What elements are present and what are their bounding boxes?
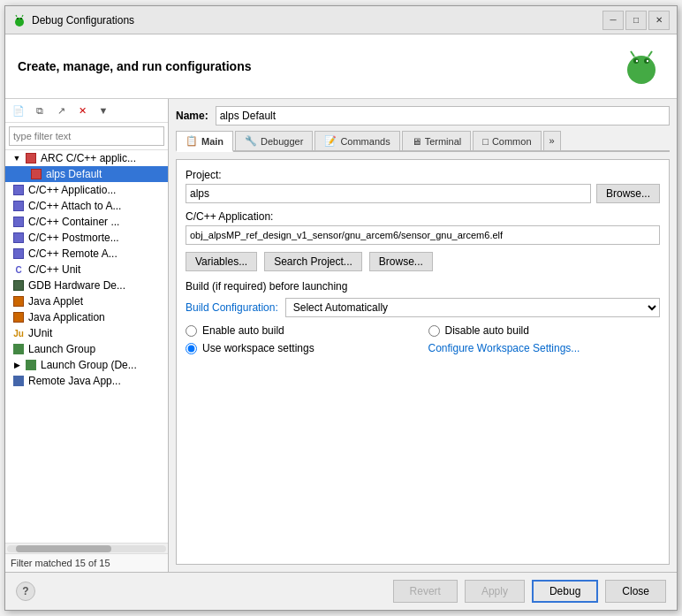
tree-item-cpp-unit[interactable]: C C/C++ Unit [5, 262, 168, 278]
close-window-button[interactable]: ✕ [648, 11, 670, 30]
radio-workspace-settings-label: Use workspace settings [202, 342, 314, 354]
tab-debugger-label: Debugger [261, 136, 303, 147]
build-config-select[interactable]: Select Automatically [285, 298, 660, 317]
arc-icon [25, 152, 37, 164]
revert-button[interactable]: Revert [393, 580, 458, 603]
radio-disable-auto-build-label: Disable auto build [445, 324, 529, 337]
export-button[interactable]: ↗ [51, 102, 71, 119]
h-scrollbar-track[interactable] [7, 545, 166, 552]
tab-terminal[interactable]: 🖥 Terminal [402, 131, 472, 150]
left-toolbar: 📄 ⧉ ↗ ✕ ▼ [5, 99, 168, 123]
app-input[interactable] [186, 225, 660, 245]
tab-terminal-label: Terminal [425, 136, 462, 147]
minimize-button[interactable]: ─ [602, 11, 624, 30]
app-browse-button[interactable]: Browse... [369, 252, 433, 271]
tab-debugger[interactable]: 🔧 Debugger [235, 131, 313, 150]
tree-item-cpp-app[interactable]: C/C++ Applicatio... [5, 182, 168, 198]
maximize-button[interactable]: □ [625, 11, 647, 30]
bottom-left: ? [16, 582, 35, 601]
tree-item-gdb[interactable]: GDB Hardware De... [5, 278, 168, 293]
tree-label-cpp-unit: C/C++ Unit [28, 263, 80, 276]
cpp-attach-icon [12, 200, 25, 212]
cpp-unit-icon: C [12, 263, 25, 276]
collapse-button[interactable]: ▼ [94, 102, 113, 119]
cpp-container-icon [12, 216, 25, 228]
tree-item-java-applet[interactable]: Java Applet [5, 293, 168, 309]
title-bar: Debug Configurations ─ □ ✕ [5, 6, 677, 34]
header-title: Create, manage, and run configurations [18, 59, 252, 73]
tree-label-remote-java: Remote Java App... [28, 375, 121, 387]
tree-item-remote-java[interactable]: Remote Java App... [5, 373, 168, 389]
tree-label-cpp-app: C/C++ Applicatio... [28, 184, 116, 196]
tree-item-arc[interactable]: ▼ ARC C/C++ applic... [5, 150, 168, 166]
tree-label-launch-group-debug: Launch Group (De... [41, 359, 137, 371]
radio-enable-auto-build-input[interactable] [186, 325, 197, 337]
tab-common[interactable]: □ Common [473, 131, 541, 150]
tree-label-arc: ARC C/C++ applic... [41, 152, 136, 164]
tree-item-junit[interactable]: Ju JUnit [5, 325, 168, 341]
project-browse-button[interactable]: Browse... [596, 184, 660, 203]
svg-point-12 [636, 60, 638, 62]
tree-item-cpp-postmortem[interactable]: C/C++ Postmorte... [5, 230, 168, 246]
project-label: Project: [186, 169, 660, 181]
java-application-icon [12, 311, 25, 323]
app-label: C/C++ Application: [186, 210, 660, 223]
name-input[interactable] [216, 106, 670, 125]
h-scrollbar-thumb [16, 545, 111, 552]
project-input-row: Browse... [186, 184, 660, 203]
svg-line-6 [22, 15, 23, 17]
configure-workspace-link[interactable]: Configure Workspace Settings... [428, 342, 580, 354]
left-panel: 📄 ⧉ ↗ ✕ ▼ ▼ ARC C/C++ applic... a [5, 99, 169, 572]
window-controls: ─ □ ✕ [602, 11, 670, 30]
svg-point-0 [15, 18, 24, 27]
bottom-bar: ? Revert Apply Debug Close [5, 572, 677, 610]
project-input[interactable] [186, 184, 591, 203]
variables-button[interactable]: Variables... [186, 252, 257, 271]
app-row: C/C++ Application: [186, 210, 660, 245]
project-row: Project: Browse... [186, 169, 660, 203]
radio-disable-auto-build-input[interactable] [428, 325, 440, 337]
window-title: Debug Configurations [32, 14, 602, 27]
tree-item-cpp-container[interactable]: C/C++ Container ... [5, 214, 168, 230]
tab-main[interactable]: 📋 Main [176, 131, 233, 152]
tree-item-cpp-remote[interactable]: C/C++ Remote A... [5, 246, 168, 262]
tab-more-button[interactable]: » [543, 131, 561, 150]
tree-label-cpp-container: C/C++ Container ... [28, 216, 119, 228]
tab-main-label: Main [201, 136, 224, 147]
tree-item-cpp-attach[interactable]: C/C++ Attach to A... [5, 198, 168, 214]
filter-input[interactable] [9, 126, 164, 146]
launch-group-debug-icon [25, 359, 37, 371]
search-project-button[interactable]: Search Project... [264, 252, 362, 271]
horizontal-scrollbar[interactable] [5, 543, 168, 553]
radio-workspace-settings-input[interactable] [186, 343, 197, 354]
header-section: Create, manage, and run configurations [5, 34, 677, 99]
filter-row [5, 123, 168, 150]
tree-label-java-applet: Java Applet [28, 295, 83, 308]
svg-line-15 [648, 51, 652, 57]
config-tree: ▼ ARC C/C++ applic... alps Default C/C++… [5, 150, 168, 543]
delete-button[interactable]: ✕ [72, 102, 92, 119]
window-icon [12, 13, 27, 27]
new-config-button[interactable]: 📄 [9, 102, 28, 119]
tree-item-alps-default[interactable]: alps Default [5, 166, 168, 182]
svg-point-13 [647, 60, 648, 62]
close-button[interactable]: Close [605, 580, 666, 603]
junit-icon: Ju [12, 327, 25, 339]
tree-item-java-application[interactable]: Java Application [5, 309, 168, 325]
apply-button[interactable]: Apply [465, 580, 525, 603]
build-configuration-link[interactable]: Build Configuration: [186, 301, 278, 314]
tree-item-launch-group[interactable]: Launch Group [5, 341, 168, 357]
launch-group-icon [12, 343, 25, 355]
content-area: 📄 ⧉ ↗ ✕ ▼ ▼ ARC C/C++ applic... a [5, 99, 677, 572]
tab-commands-label: Commands [340, 136, 390, 147]
tab-debugger-icon: 🔧 [245, 135, 257, 147]
help-button[interactable]: ? [16, 582, 35, 601]
tree-item-launch-group-debug[interactable]: ▶ Launch Group (De... [5, 357, 168, 373]
radio-workspace-settings: Use workspace settings [186, 342, 418, 354]
duplicate-button[interactable]: ⧉ [30, 102, 49, 119]
tree-label-gdb: GDB Hardware De... [28, 279, 125, 292]
tab-commands[interactable]: 📝 Commands [314, 131, 399, 150]
bug-icon [618, 43, 664, 89]
debug-button[interactable]: Debug [532, 580, 598, 603]
build-section-title: Build (if required) before launching [186, 280, 660, 293]
